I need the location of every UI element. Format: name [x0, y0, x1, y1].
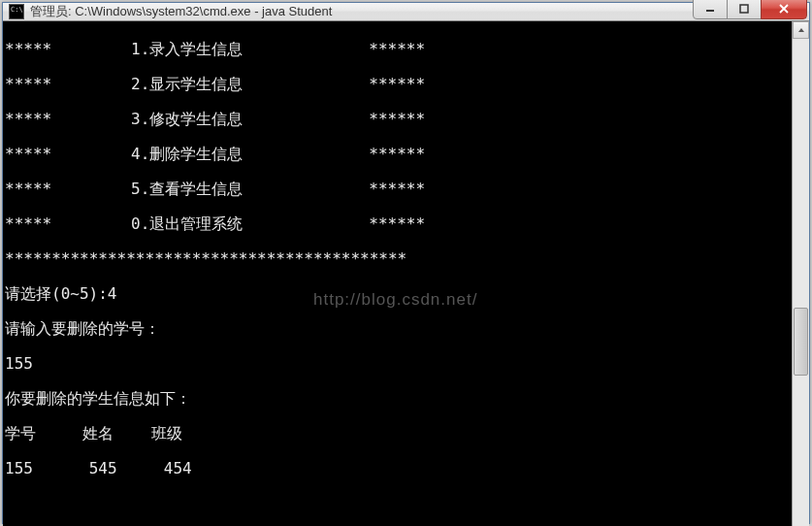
- menu-suffix: ******: [369, 145, 425, 163]
- info-header: 你要删除的学生信息如下：: [5, 390, 790, 408]
- chevron-up-icon: [797, 27, 805, 33]
- menu-prefix: *****: [5, 111, 131, 128]
- menu-item: 0.退出管理系统: [131, 214, 243, 233]
- menu-prefix: *****: [5, 76, 131, 93]
- menu-prefix: *****: [5, 215, 131, 233]
- row-id: 155: [5, 459, 33, 477]
- col-name: 姓名: [82, 424, 114, 443]
- col-class: 班级: [151, 424, 182, 443]
- maximize-icon: [739, 4, 749, 14]
- menu-prefix: *****: [5, 146, 131, 163]
- titlebar[interactable]: 管理员: C:\Windows\system32\cmd.exe - java …: [3, 3, 809, 21]
- menu-suffix: ******: [369, 110, 425, 128]
- console-area: *****1.录入学生信息****** *****2.显示学生信息****** …: [3, 21, 809, 526]
- choice-value: 4: [108, 284, 117, 303]
- menu-suffix: ******: [369, 75, 425, 93]
- menu-item: 5.查看学生信息: [131, 180, 243, 198]
- menu-suffix: ******: [369, 40, 425, 58]
- choose-prompt: 请选择(0~5):: [5, 284, 108, 303]
- menu-separator: ****************************************…: [5, 250, 790, 268]
- window-title: 管理员: C:\Windows\system32\cmd.exe - java …: [30, 3, 694, 20]
- minimize-button[interactable]: [693, 0, 728, 19]
- menu-prefix: *****: [5, 41, 131, 58]
- menu-item: 2.显示学生信息: [131, 75, 243, 93]
- row-name: 545: [89, 459, 117, 477]
- scroll-up-button[interactable]: [793, 21, 809, 39]
- cmd-window: 管理员: C:\Windows\system32\cmd.exe - java …: [2, 2, 810, 524]
- menu-prefix: *****: [5, 181, 131, 198]
- window-controls: [694, 0, 807, 19]
- scrollbar-track[interactable]: [793, 39, 809, 526]
- close-icon: [778, 3, 790, 15]
- maximize-button[interactable]: [727, 0, 762, 19]
- enter-id-prompt: 请输入要删除的学号：: [5, 320, 790, 338]
- menu-item: 1.录入学生信息: [131, 40, 243, 58]
- svg-rect-1: [740, 5, 748, 13]
- cmd-icon: [9, 4, 24, 19]
- col-id: 学号: [5, 424, 36, 443]
- minimize-icon: [705, 4, 715, 14]
- menu-suffix: ******: [369, 180, 425, 198]
- menu-item: 3.修改学生信息: [131, 110, 243, 128]
- svg-rect-0: [706, 10, 714, 12]
- id-input-value: 155: [5, 355, 790, 373]
- vertical-scrollbar[interactable]: [792, 21, 809, 526]
- row-class: 454: [164, 459, 192, 477]
- menu-suffix: ******: [369, 214, 425, 233]
- console-output[interactable]: *****1.录入学生信息****** *****2.显示学生信息****** …: [3, 21, 792, 526]
- menu-item: 4.删除学生信息: [131, 145, 243, 163]
- close-button[interactable]: [761, 0, 807, 19]
- scrollbar-thumb[interactable]: [794, 308, 808, 376]
